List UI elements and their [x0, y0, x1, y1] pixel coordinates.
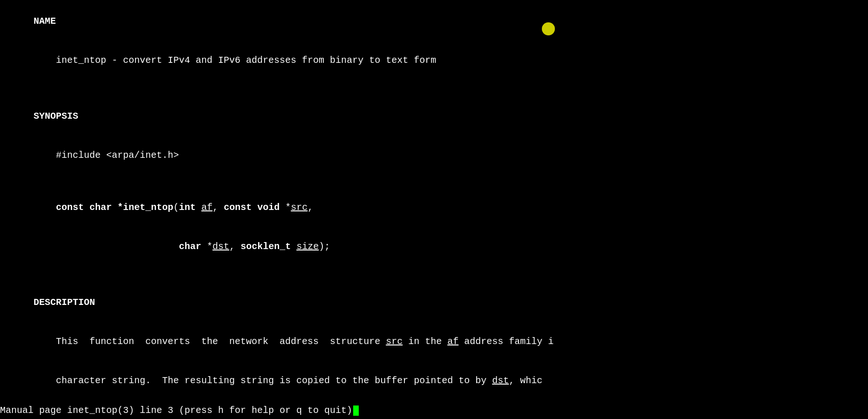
- desc-para1-line1: This function converts the network addre…: [0, 322, 868, 361]
- name-section: NAME inet_ntop - convert IPv4 and IPv6 a…: [0, 2, 868, 80]
- status-bar-text: Manual page inet_ntop(3) line 3 (press h…: [0, 404, 352, 417]
- synopsis-sig1: const char *inet_ntop(int af, const void…: [0, 188, 868, 227]
- desc-para1-line2: character string. The resulting string i…: [0, 361, 868, 400]
- man-page-content: NAME inet_ntop - convert IPv4 and IPv6 a…: [0, 0, 868, 400]
- synopsis-sig2: char *dst, socklen_t size);: [0, 227, 868, 266]
- synopsis-header: SYNOPSIS: [0, 97, 868, 136]
- synopsis-include: #include <arpa/inet.h>: [0, 136, 868, 175]
- name-header: NAME: [0, 2, 868, 41]
- description-section: DESCRIPTION This function converts the n…: [0, 283, 868, 400]
- spacer2: [0, 175, 868, 188]
- spacer3: [0, 266, 868, 279]
- synopsis-section: SYNOPSIS #include <arpa/inet.h> const ch…: [0, 97, 868, 266]
- status-bar: Manual page inet_ntop(3) line 3 (press h…: [0, 402, 868, 419]
- terminal-cursor: [353, 405, 359, 416]
- spacer1: [0, 80, 868, 93]
- description-header: DESCRIPTION: [0, 283, 868, 322]
- name-description: inet_ntop - convert IPv4 and IPv6 addres…: [0, 41, 868, 80]
